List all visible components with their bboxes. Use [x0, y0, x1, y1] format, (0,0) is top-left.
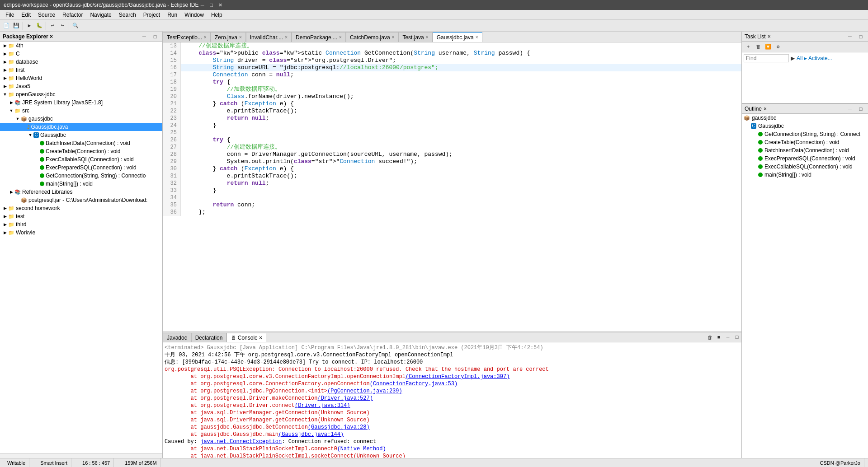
line-content-26[interactable]: try { [181, 136, 230, 144]
toolbar-new[interactable]: 📄 [2, 21, 11, 30]
pe-item-src[interactable]: ▼📁src [0, 107, 162, 115]
tree-arrow-first[interactable]: ▶ [2, 68, 8, 72]
pe-item-gaussjdbc[interactable]: ▼📦gaussjdbc [0, 115, 162, 123]
tl-settings[interactable]: ⚙ [774, 42, 783, 51]
menu-run[interactable]: Run [164, 11, 181, 19]
line-content-29[interactable]: System.out.println(class="str">"Connecti… [181, 158, 417, 165]
outline-item-ExecCallableSQL-Conn[interactable]: ExecCallableSQL(Connection) : void [742, 163, 868, 171]
tl-all-link[interactable]: All [797, 55, 802, 61]
line-content-28[interactable]: conn = DriverManager.getConnection(sourc… [181, 151, 453, 158]
editor-tab-Zero-java[interactable]: Zero.java× [211, 32, 246, 42]
pe-minimize[interactable]: ─ [140, 32, 149, 41]
pe-item-test[interactable]: ▶📁test [0, 212, 162, 220]
pe-item-Workvie[interactable]: ▶📁Workvie [0, 229, 162, 237]
line-content-36[interactable]: }; [181, 209, 206, 216]
tree-arrow-jre-lib[interactable]: ▶ [8, 100, 14, 105]
console-minimize[interactable]: ─ [723, 333, 732, 342]
pe-item-second-homework[interactable]: ▶📁second homework [0, 204, 162, 212]
menu-help[interactable]: Help [208, 11, 226, 19]
editor-tab-CatchDemo-java[interactable]: CatchDemo.java× [346, 32, 399, 42]
line-content-25[interactable] [181, 129, 184, 136]
pe-item-postgresql-jar[interactable]: 📦postgresql.jar - C:\Users\Administrator… [0, 196, 162, 204]
pe-item-openGauss-jdbc[interactable]: ▼📁openGauss-jdbc [0, 90, 162, 98]
editor-tab-Gaussjdbc-java[interactable]: Gaussjdbc.java× [433, 32, 482, 42]
tree-arrow-Gaussjdbc-class[interactable]: ▼ [27, 133, 33, 137]
pe-item-C[interactable]: ▶📁C [0, 50, 162, 58]
pe-item-HelloWorld[interactable]: ▶📁HelloWorld [0, 74, 162, 82]
line-content-31[interactable]: e.printStackTrace(); [181, 173, 297, 180]
maximize-button[interactable]: □ [208, 1, 215, 9]
outline-min[interactable]: ─ [845, 104, 854, 113]
outline-item-gaussjdbc[interactable]: 📦gaussjdbc [742, 114, 868, 122]
menu-edit[interactable]: Edit [18, 11, 34, 19]
toolbar-search[interactable]: 🔍 [71, 21, 80, 30]
toolbar-save[interactable]: 💾 [12, 21, 21, 30]
editor-tab-Test-java[interactable]: Test.java× [398, 32, 432, 42]
menu-project[interactable]: Project [140, 11, 164, 19]
pe-item-jre-lib[interactable]: ▶📚JRE System Library [JavaSE-1.8] [0, 98, 162, 107]
line-content-18[interactable]: try { [181, 79, 230, 86]
line-content-32[interactable]: return null; [181, 180, 269, 187]
line-content-33[interactable]: } [181, 187, 216, 194]
outline-item-Gaussjdbc[interactable]: CGaussjdbc [742, 122, 868, 130]
tree-arrow-gaussjdbc[interactable]: ▼ [14, 117, 21, 121]
line-content-20[interactable]: Class.forName(driver).newInstance(); [181, 93, 354, 100]
console-maximize[interactable]: □ [732, 333, 741, 342]
menu-search[interactable]: Search [115, 11, 140, 19]
line-content-22[interactable]: e.printStackTrace(); [181, 107, 297, 115]
pe-item-ExecPreparedSQL[interactable]: ExecPreparedSQL(Connection) : void [0, 163, 162, 172]
pe-item-ExecCallableSQL[interactable]: ExecCallableSQL(Connection) : void [0, 155, 162, 163]
outline-item-main-String------voi[interactable]: main(String[]) : void [742, 171, 868, 179]
pe-item-Gaussjdbc-class[interactable]: ▼CGaussjdbc [0, 131, 162, 139]
line-content-23[interactable]: return null; [181, 115, 269, 122]
outline-max[interactable]: □ [856, 104, 865, 113]
pe-item-database[interactable]: ▶📁database [0, 58, 162, 66]
outline-item-ExecPreparedSQL-Conn[interactable]: ExecPreparedSQL(Connection) : void [742, 154, 868, 163]
outline-item-CreateTable-Connecti[interactable]: CreateTable(Connection) : void [742, 138, 868, 146]
tab-declaration[interactable]: Declaration [191, 333, 227, 342]
tree-arrow-Workvie[interactable]: ▶ [2, 230, 8, 235]
line-content-19[interactable]: //加载数据库驱动。 [181, 86, 281, 93]
toolbar-debug[interactable]: 🐛 [35, 21, 44, 30]
tl-filter[interactable]: 🔽 [764, 42, 773, 51]
tree-arrow-C[interactable]: ▶ [2, 51, 8, 56]
tree-arrow-Java5[interactable]: ▶ [2, 84, 8, 89]
pe-scrollbar-h[interactable] [0, 453, 162, 458]
pe-item-GetConnection[interactable]: GetConnection(String, String) : Connecti… [0, 172, 162, 180]
line-content-27[interactable]: //创建数据库连接。 [181, 144, 281, 151]
editor-tab-TestExceptio---[interactable]: TestExceptio...× [163, 32, 211, 42]
line-content-30[interactable]: } catch (Exception e) { [181, 165, 294, 173]
tree-arrow-src[interactable]: ▼ [8, 108, 14, 113]
task-list-find-input[interactable] [744, 54, 789, 62]
tl-max[interactable]: □ [856, 32, 865, 41]
tree-arrow-openGauss-jdbc[interactable]: ▼ [2, 92, 8, 97]
tree-arrow-4th[interactable]: ▶ [2, 43, 8, 48]
line-content-34[interactable] [181, 194, 184, 201]
editor-tab-DemoPackage----[interactable]: DemoPackage....× [292, 32, 346, 42]
menu-source[interactable]: Source [34, 11, 59, 19]
pe-item-BatchInsertData[interactable]: BatchInsertData(Connection) : void [0, 139, 162, 147]
code-editor[interactable]: 13 //创建数据库连接。14 class="kw">public class=… [163, 42, 741, 332]
line-content-35[interactable]: return conn; [181, 201, 255, 209]
pe-item-Gaussjdbc-java[interactable]: JGaussjdbc.java [0, 123, 162, 131]
console-terminate[interactable]: ■ [714, 333, 723, 342]
tree-arrow-database[interactable]: ▶ [2, 60, 8, 64]
pe-item-first[interactable]: ▶📁first [0, 66, 162, 74]
line-content-17[interactable]: Connection conn = null; [181, 71, 294, 79]
tree-arrow-RefLibraries[interactable]: ▶ [8, 190, 14, 194]
line-content-21[interactable]: } catch (Exception e) { [181, 100, 294, 107]
menu-refactor[interactable]: Refactor [59, 11, 86, 19]
line-content-15[interactable]: String driver = class="str">"org.postgre… [181, 57, 396, 64]
menu-file[interactable]: File [2, 11, 18, 19]
line-content-16[interactable]: String sourceURL = "jdbc:postgresql://lo… [181, 64, 439, 71]
minimize-button[interactable]: ─ [199, 1, 206, 9]
pe-maximize[interactable]: □ [151, 32, 160, 41]
pe-item-main[interactable]: main(String[]) : void [0, 180, 162, 188]
pe-item-4th[interactable]: ▶📁4th [0, 42, 162, 50]
toolbar-run[interactable]: ▶ [25, 21, 34, 30]
outline-item-GetConnection-String[interactable]: GetConnection(String, String) : Connect [742, 130, 868, 138]
pe-item-RefLibraries[interactable]: ▶📚Referenced Libraries [0, 188, 162, 196]
console-clear[interactable]: 🗑 [705, 333, 714, 342]
tab-javadoc[interactable]: Javadoc [163, 333, 191, 342]
tl-min[interactable]: ─ [845, 32, 854, 41]
